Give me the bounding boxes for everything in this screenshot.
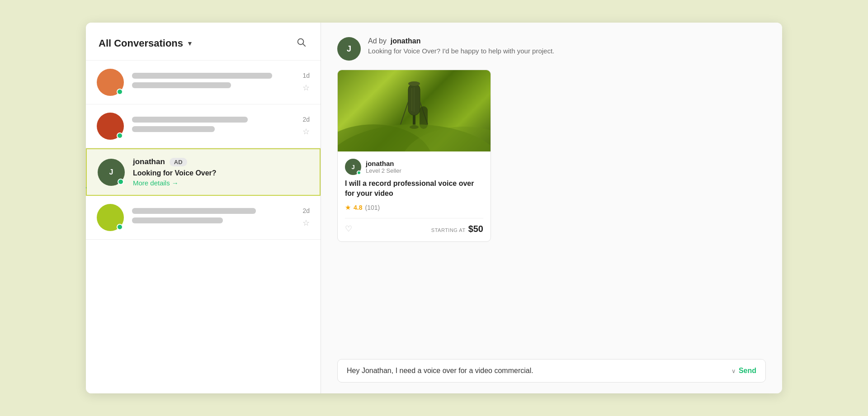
favorite-icon[interactable]: ♡	[345, 224, 352, 234]
review-count: (101)	[365, 204, 380, 211]
conv-name-placeholder	[132, 73, 272, 79]
conv-preview: Looking for Voice Over?	[133, 169, 309, 177]
more-details-link[interactable]: More details →	[133, 179, 309, 187]
sidebar: All Conversations ▼	[86, 23, 321, 393]
starting-at-label: STARTING AT	[431, 227, 466, 233]
sender-avatar: J	[337, 37, 361, 61]
conv-preview-placeholder	[132, 126, 215, 132]
online-status-dot	[117, 132, 123, 139]
conv-name-placeholder	[132, 208, 256, 214]
conv-preview-placeholder	[132, 217, 223, 223]
star-rating-icon: ★	[345, 203, 351, 212]
gig-seller-row: J jonathan Level 2 Seller	[345, 159, 483, 175]
ad-by-label: Ad by	[368, 37, 387, 45]
online-status-dot	[117, 89, 123, 95]
conv-content	[132, 73, 297, 92]
arrow-annotation	[86, 165, 92, 190]
gig-title: I will a record professional voice over …	[345, 179, 483, 199]
conv-meta: 2d ☆	[302, 207, 310, 228]
star-icon[interactable]: ☆	[302, 83, 310, 93]
sidebar-title: All Conversations	[99, 38, 183, 49]
conversation-item-ad[interactable]: J jonathan AD Looking for Voice Over? Mo…	[86, 148, 321, 196]
gig-image	[338, 70, 491, 151]
conversation-list: 1d ☆ 2d ☆	[86, 61, 321, 393]
conversation-item[interactable]: 1d ☆	[86, 61, 321, 104]
ad-by-text: Ad by jonathan	[368, 37, 766, 45]
conv-name-placeholder	[132, 117, 248, 123]
conv-name-row: jonathan AD	[133, 157, 309, 166]
ad-text-block: Ad by jonathan Looking for Voice Over? I…	[368, 37, 766, 55]
conv-content	[132, 208, 297, 227]
ad-by-name: jonathan	[391, 37, 421, 45]
avatar-wrap: J	[98, 159, 125, 186]
gig-rating-row: ★ 4.8 (101)	[345, 203, 483, 212]
seller-online-dot	[357, 170, 361, 175]
gig-card-body: J jonathan Level 2 Seller I will a recor…	[338, 151, 491, 241]
conv-content: jonathan AD Looking for Voice Over? More…	[133, 157, 309, 187]
conv-name: jonathan	[133, 157, 165, 166]
ad-message-header: J Ad by jonathan Looking for Voice Over?…	[337, 37, 766, 61]
gig-seller-avatar: J	[345, 159, 361, 175]
app-container: All Conversations ▼	[86, 23, 782, 393]
gig-seller-info: jonathan Level 2 Seller	[366, 160, 401, 174]
rating-value: 4.8	[354, 204, 362, 211]
message-text: Hey Jonathan, I need a voice over for a …	[347, 367, 731, 375]
gig-seller-name: jonathan	[366, 160, 401, 167]
conversation-item[interactable]: 2d ☆	[86, 196, 321, 240]
sidebar-title-area: All Conversations ▼	[99, 38, 193, 49]
online-status-dot	[118, 179, 124, 185]
main-panel: J Ad by jonathan Looking for Voice Over?…	[321, 23, 782, 393]
conv-content	[132, 117, 297, 136]
avatar-wrap	[97, 69, 124, 96]
conv-time: 1d	[302, 72, 310, 79]
search-icon	[296, 37, 306, 47]
conv-time: 2d	[302, 116, 310, 123]
bg-hills	[338, 70, 491, 151]
conv-meta: 1d ☆	[302, 72, 310, 93]
send-area[interactable]: ∨ Send	[731, 367, 756, 375]
ad-badge: AD	[170, 158, 187, 166]
gig-seller-level: Level 2 Seller	[366, 167, 401, 174]
star-icon[interactable]: ☆	[302, 218, 310, 228]
send-button[interactable]: Send	[739, 367, 756, 375]
search-button[interactable]	[294, 35, 308, 51]
sidebar-header: All Conversations ▼	[86, 23, 321, 61]
gig-card[interactable]: J jonathan Level 2 Seller I will a recor…	[337, 70, 491, 242]
conv-meta: 2d ☆	[302, 116, 310, 137]
conv-time: 2d	[302, 207, 310, 214]
avatar-wrap	[97, 204, 124, 231]
ad-subtitle: Looking for Voice Over? I'd be happy to …	[368, 47, 766, 55]
star-icon[interactable]: ☆	[302, 127, 310, 137]
price-value: $50	[468, 224, 483, 234]
svg-line-1	[303, 44, 305, 46]
chevron-down-icon: ▼	[187, 40, 193, 47]
conv-preview-placeholder	[132, 82, 231, 88]
avatar-wrap	[97, 113, 124, 140]
send-chevron-icon: ∨	[731, 368, 736, 374]
online-status-dot	[117, 224, 123, 230]
conversation-item[interactable]: 2d ☆	[86, 104, 321, 148]
message-input-area[interactable]: Hey Jonathan, I need a voice over for a …	[337, 359, 766, 383]
gig-footer: ♡ STARTING AT $50	[345, 218, 483, 234]
price-area: STARTING AT $50	[431, 224, 483, 234]
